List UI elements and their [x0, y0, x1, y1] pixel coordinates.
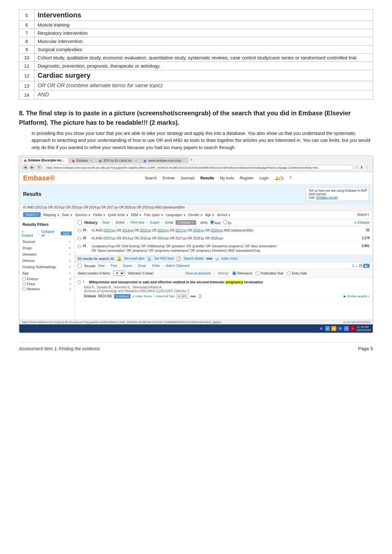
- bookmark-icon[interactable]: ☆: [354, 165, 359, 170]
- fulltext-link[interactable]: > View Full Text: [154, 294, 174, 298]
- collapse-history-link[interactable]: ∧ Collapse: [354, 221, 370, 224]
- print-view-action[interactable]: Print view: [131, 221, 144, 224]
- year-2019-link[interactable]: 2019:py: [211, 229, 222, 232]
- taskbar-adobe-icon[interactable]: A: [350, 326, 355, 331]
- taskbar-ie-icon[interactable]: e: [325, 326, 330, 331]
- abstract-tag[interactable]: ∨ Abstract: [114, 294, 130, 298]
- results-select-all-checkbox[interactable]: [78, 264, 82, 268]
- or-radio-label[interactable]: Or: [223, 220, 232, 225]
- filter-sources[interactable]: Sources ∨: [75, 213, 91, 217]
- devices-filter-row[interactable]: Devices ∨: [19, 257, 74, 264]
- year-2014-link[interactable]: 2014:py: [122, 229, 134, 232]
- survey-link[interactable]: Embase survey: [316, 196, 338, 199]
- year-2015-link[interactable]: 2015:py: [140, 229, 151, 232]
- add-clipboard-link[interactable]: Add to Clipboard: [166, 264, 190, 268]
- new-tab-button[interactable]: +: [190, 157, 193, 163]
- address-input[interactable]: https://www-embase-com.ezproxy.lib.uts.e…: [43, 165, 353, 170]
- order-link[interactable]: Order: [152, 264, 160, 268]
- result-1-checkbox[interactable]: [78, 280, 81, 284]
- sort-pubyear-radio[interactable]: Publication Year: [256, 271, 284, 275]
- tab-embase-1[interactable]: Embase (Excerpta medica - Un ✕: [21, 157, 69, 163]
- filter-date[interactable]: Date ∨: [62, 213, 73, 217]
- tab-close-3[interactable]: ✕: [135, 159, 137, 162]
- history-row-2-checkbox[interactable]: [78, 237, 81, 240]
- export-action[interactable]: Export: [150, 221, 160, 224]
- taskbar-windows-icon[interactable]: ⊞: [319, 326, 324, 331]
- newborn-checkbox[interactable]: [22, 287, 26, 291]
- menu-icon[interactable]: ⋮: [365, 165, 370, 170]
- show-all-abstracts-link[interactable]: Show all abstracts: [185, 272, 211, 275]
- clear-selection-link[interactable]: clear: [146, 272, 153, 275]
- fetus-item[interactable]: Fetus 2: [19, 281, 74, 286]
- tab-spx[interactable]: SPX by Ex Libris Inc. ✕: [96, 158, 140, 163]
- tab-close-2[interactable]: ✕: [90, 159, 93, 162]
- search-details-link[interactable]: Search details: [184, 257, 203, 260]
- nav-search[interactable]: Search: [145, 176, 157, 180]
- rss-link[interactable]: Set RSS feed: [154, 257, 174, 260]
- filter-fields[interactable]: Fields ∨: [93, 213, 106, 217]
- combine-button[interactable]: Combine >: [176, 220, 196, 225]
- filter-pub-types[interactable]: Pub. types ∨: [144, 213, 163, 217]
- diseases-filter-row[interactable]: Diseases ∨: [19, 251, 74, 257]
- collapse-all-link[interactable]: Collapse all: [41, 230, 58, 237]
- back-button[interactable]: ◀: [22, 165, 28, 170]
- drugs-filter-row[interactable]: Drugs ∨: [19, 245, 74, 251]
- view-link[interactable]: View: [98, 264, 105, 268]
- fetus-checkbox[interactable]: [22, 282, 26, 286]
- export-link[interactable]: Export: [123, 264, 132, 268]
- taskbar-folder-icon[interactable]: 📁: [331, 326, 336, 331]
- filter-quick-limits[interactable]: Quick limits ∨: [108, 213, 129, 217]
- or-radio[interactable]: [223, 220, 227, 224]
- year-2017-link[interactable]: 2017:py: [175, 229, 187, 232]
- filter-languages[interactable]: Languages ∨: [166, 213, 186, 217]
- expand-link[interactable]: + Expand: [22, 230, 36, 237]
- floating-subheadings-filter-row[interactable]: Floating Subheadings ∨: [19, 264, 74, 270]
- save-action[interactable]: Save: [102, 221, 110, 224]
- nav-login[interactable]: Login: [259, 176, 268, 180]
- set-alert-link[interactable]: Set email alert: [124, 257, 144, 260]
- sort-relevance-radio[interactable]: Relevance: [232, 271, 252, 275]
- history-checkbox[interactable]: [78, 220, 82, 225]
- pub-year-radio-input[interactable]: [256, 271, 260, 275]
- filter-ebm[interactable]: EBM ∨: [131, 213, 142, 217]
- sources-filter-row[interactable]: Sources ∨: [19, 238, 74, 245]
- filter-animal[interactable]: Animal ∨: [217, 213, 231, 217]
- help-icon[interactable]: ?: [289, 176, 292, 180]
- filter-gender[interactable]: Gender ∨: [188, 213, 203, 217]
- apply-button[interactable]: Apply: [61, 232, 72, 235]
- notification-icon[interactable]: 🔔(1): [274, 176, 284, 180]
- age-filter-row[interactable]: Age ∨: [19, 270, 74, 276]
- relevance-radio-input[interactable]: [232, 271, 236, 275]
- nav-results[interactable]: Results: [201, 176, 214, 180]
- sfx-badge[interactable]: ⊕ SFX: [177, 294, 189, 298]
- taskbar-chrome-icon[interactable]: G: [344, 326, 349, 331]
- email-action[interactable]: Email: [165, 221, 173, 224]
- newborn-item[interactable]: Newborn 1: [19, 286, 74, 292]
- and-radio[interactable]: [210, 220, 214, 224]
- tab-ezproxy[interactable]: www-embase-com.ezproxy.lib.u ✕: [141, 158, 188, 163]
- year-2013-link[interactable]: 2013:py: [105, 229, 116, 232]
- year-2018-link[interactable]: 2018:py: [193, 229, 204, 232]
- index-terms-link[interactable]: ∨ Index Terms: [132, 294, 152, 298]
- nav-emtree[interactable]: Emtree: [163, 176, 175, 180]
- nav-register[interactable]: Register: [240, 176, 254, 180]
- download-icon[interactable]: ⬇: [360, 165, 363, 170]
- search-button[interactable]: Search >: [23, 212, 41, 217]
- index-miner-link[interactable]: Index miner: [221, 257, 238, 260]
- email-link[interactable]: Email: [138, 264, 146, 268]
- taskbar-word-icon[interactable]: W: [338, 326, 343, 331]
- embryo-item[interactable]: Embryo 0: [19, 276, 74, 281]
- tab-embase-2[interactable]: Embase ✕: [69, 158, 95, 163]
- year-2016-link[interactable]: 2016:py: [158, 229, 169, 232]
- filter-age[interactable]: Age ∨: [205, 213, 215, 217]
- similar-records-link[interactable]: ▶ Similar records >: [344, 294, 370, 298]
- forward-button[interactable]: ▶: [29, 165, 35, 170]
- items-per-page-select[interactable]: ▼: [113, 271, 125, 276]
- print-link[interactable]: Print: [111, 264, 117, 268]
- sort-entrydate-radio[interactable]: Entry Date: [287, 271, 307, 275]
- nav-mytools[interactable]: My tools: [220, 176, 234, 180]
- nav-journals[interactable]: Journals: [180, 176, 195, 180]
- refresh-button[interactable]: ↻: [36, 165, 42, 170]
- next-page-button[interactable]: ▶: [363, 264, 370, 268]
- embryo-checkbox[interactable]: [22, 277, 26, 280]
